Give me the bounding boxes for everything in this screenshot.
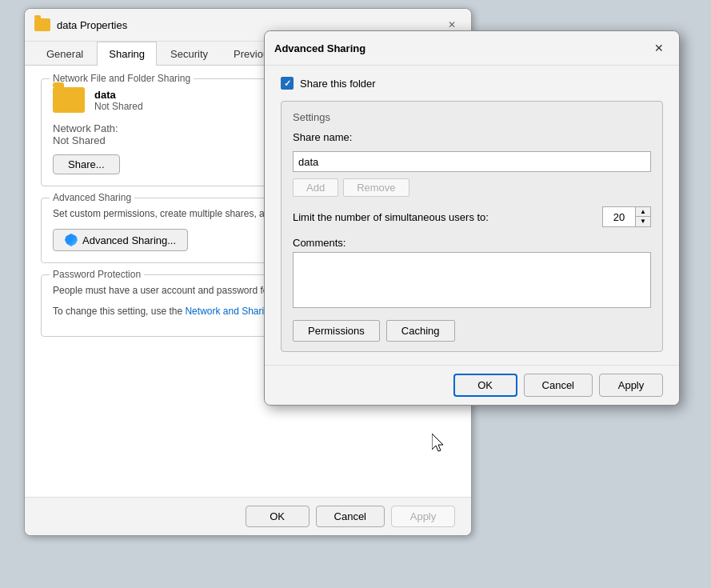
add-remove-row: Add Remove xyxy=(293,178,651,197)
password-section-label: Password Protection xyxy=(50,269,144,280)
folder-icon xyxy=(34,18,50,31)
dialog-ok-button[interactable]: OK xyxy=(453,374,517,397)
shield-icon xyxy=(65,234,78,246)
settings-title: Settings xyxy=(293,111,651,123)
advanced-sharing-button-label: Advanced Sharing... xyxy=(82,234,176,246)
permissions-caching-row: Permissions Caching xyxy=(293,320,651,342)
spinner-buttons: ▲ ▼ xyxy=(635,207,650,226)
ok-button[interactable]: OK xyxy=(246,506,310,527)
tab-general[interactable]: General xyxy=(34,42,95,66)
caching-button[interactable]: Caching xyxy=(386,320,455,342)
network-section-label: Network File and Folder Sharing xyxy=(50,73,194,84)
limit-spinner: ▲ ▼ xyxy=(602,206,651,227)
comments-label: Comments: xyxy=(293,237,651,249)
dialog-cancel-button[interactable]: Cancel xyxy=(524,374,593,397)
advanced-sharing-dialog: Advanced Sharing ✕ Share this folder Set… xyxy=(264,30,680,406)
share-folder-row: Share this folder xyxy=(281,77,663,90)
dialog-body: Share this folder Settings Share name: A… xyxy=(265,66,679,365)
add-button[interactable]: Add xyxy=(293,178,338,197)
limit-users-row: Limit the number of simultaneous users t… xyxy=(293,206,651,227)
share-name-row: Share name: xyxy=(293,131,651,143)
properties-footer: OK Cancel Apply xyxy=(25,497,471,535)
permissions-button[interactable]: Permissions xyxy=(293,320,380,342)
folder-name: data xyxy=(94,89,143,101)
apply-button: Apply xyxy=(391,506,455,527)
tab-sharing[interactable]: Sharing xyxy=(97,42,157,66)
titlebar-left: data Properties xyxy=(34,18,127,31)
dialog-apply-button[interactable]: Apply xyxy=(599,374,663,397)
share-name-input-row xyxy=(293,151,651,172)
folder-info: data Not Shared xyxy=(94,89,143,112)
advanced-sharing-button[interactable]: Advanced Sharing... xyxy=(53,229,188,251)
cancel-button[interactable]: Cancel xyxy=(316,506,385,527)
limit-label: Limit the number of simultaneous users t… xyxy=(293,211,596,223)
folder-status: Not Shared xyxy=(94,101,143,112)
share-folder-checkbox[interactable] xyxy=(281,77,294,90)
share-name-input[interactable] xyxy=(293,151,651,172)
advanced-section-label: Advanced Sharing xyxy=(50,192,134,203)
share-name-label: Share name: xyxy=(293,131,365,143)
tab-security[interactable]: Security xyxy=(158,42,220,66)
dialog-title: Advanced Sharing xyxy=(274,42,365,54)
share-button[interactable]: Share... xyxy=(53,154,120,174)
spinner-up[interactable]: ▲ xyxy=(636,207,650,217)
dialog-close-button[interactable]: ✕ xyxy=(649,38,669,58)
dialog-titlebar: Advanced Sharing ✕ xyxy=(265,31,679,66)
spinner-down[interactable]: ▼ xyxy=(636,217,650,226)
folder-icon-large xyxy=(53,87,85,113)
limit-input[interactable] xyxy=(603,207,635,226)
comments-input[interactable] xyxy=(293,252,651,308)
share-folder-label: Share this folder xyxy=(300,78,376,90)
settings-box: Settings Share name: Add Remove Limit th… xyxy=(281,101,663,352)
dialog-footer: OK Cancel Apply xyxy=(265,365,679,405)
window-title: data Properties xyxy=(57,19,127,31)
remove-button[interactable]: Remove xyxy=(343,178,409,197)
